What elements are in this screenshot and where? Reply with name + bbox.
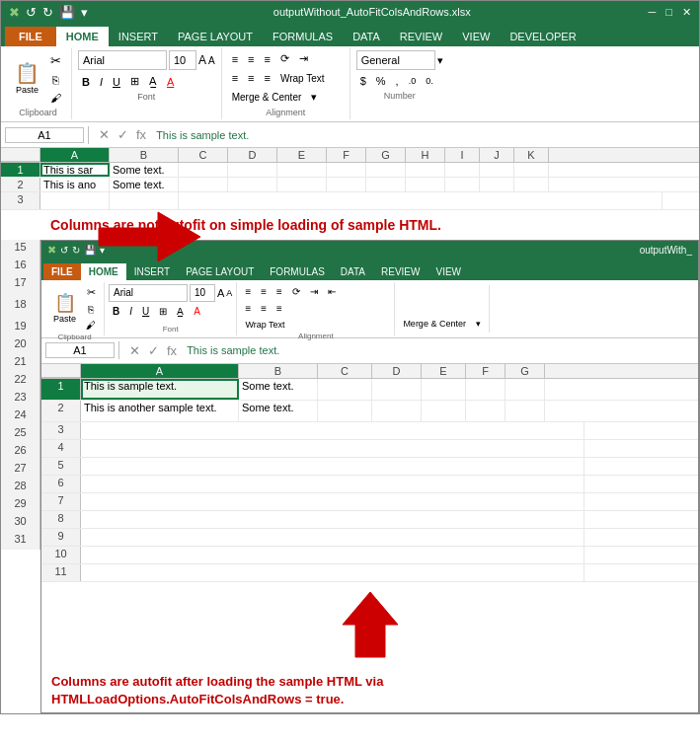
comma-button[interactable]: , [392,73,403,89]
inner-tab-data[interactable]: DATA [333,263,373,280]
inner-tab-formulas[interactable]: FORMULAS [262,263,333,280]
number-format-dropdown-icon[interactable]: ▾ [437,54,443,67]
outer-row-header-28[interactable]: 28 [1,479,40,496]
align-center-button[interactable]: ≡ [244,70,258,86]
inner-tab-insert[interactable]: INSERT [126,263,179,280]
merge-center-button[interactable]: Merge & Center [228,90,306,105]
inner-row-header-6[interactable]: 6 [41,476,81,492]
font-size-selector[interactable]: 10 [169,50,196,70]
undo-icon[interactable]: ↺ [26,5,37,20]
align-top-right-button[interactable]: ≡ [261,51,274,67]
inner-paste-button[interactable]: 📋 Paste [49,290,80,326]
dropdown-icon[interactable]: ▾ [81,5,88,20]
outer-cell-rest-3[interactable] [179,192,662,209]
col-header-G[interactable]: G [366,148,406,162]
inner-merge-dropdown-icon[interactable]: ▾ [472,317,485,331]
tab-developer[interactable]: DEVELOPER [500,27,585,46]
borders-button[interactable]: ⊞ [126,73,143,90]
tab-page-layout[interactable]: PAGE LAYOUT [168,27,263,46]
inner-align-left-button[interactable]: ≡ [241,301,255,316]
inner-confirm-icon[interactable]: ✓ [146,343,161,358]
inner-fill-color-button[interactable]: A̲ [173,304,188,319]
outer-cell-J1[interactable] [480,163,514,177]
inner-tab-view[interactable]: VIEW [428,263,469,280]
col-header-H[interactable]: H [406,148,445,162]
merge-dropdown-icon[interactable]: ▾ [307,89,321,106]
inner-bold-button[interactable]: B [109,304,123,319]
inner-font-color-button[interactable]: A [190,304,204,319]
outer-cell-F1[interactable] [327,163,366,177]
inner-name-box[interactable]: A1 [45,342,115,358]
inner-cell-rest-4[interactable] [81,440,584,457]
outer-row-header-25[interactable]: 25 [1,425,40,443]
inner-indent-button[interactable]: ⇥ [306,284,322,299]
tab-file[interactable]: FILE [5,27,56,46]
inner-cell-F1[interactable] [466,379,506,400]
inner-row-header-7[interactable]: 7 [41,493,81,510]
inner-cell-rest-5[interactable] [81,458,584,475]
inner-cell-A2[interactable]: This is another sample text. [81,401,239,421]
inner-font-size-selector[interactable]: 10 [190,284,215,302]
inner-save-icon[interactable]: 💾 [84,245,96,256]
outer-cell-H1[interactable] [406,163,445,177]
inner-underline-button[interactable]: U [138,304,153,319]
paste-button[interactable]: 📋 Paste [11,59,43,97]
italic-button[interactable]: I [96,74,107,90]
inner-undo-icon[interactable]: ↺ [60,245,68,256]
inner-cell-rest-7[interactable] [81,493,584,510]
col-header-B[interactable]: B [110,148,179,162]
fill-color-button[interactable]: A̲ [145,73,161,90]
outer-row-header-1[interactable]: 1 [1,163,40,177]
tab-review[interactable]: REVIEW [390,27,452,46]
outer-cell-G1[interactable] [366,163,406,177]
indent-increase-button[interactable]: ⇥ [295,50,312,67]
outer-cell-K1[interactable] [514,163,549,177]
col-header-I[interactable]: I [445,148,480,162]
col-header-D[interactable]: D [228,148,277,162]
cut-button[interactable]: ✂ [46,51,65,70]
outer-cell-A1[interactable]: This is sar [40,163,110,177]
inner-cell-C1[interactable] [318,379,372,400]
inner-indent2-button[interactable]: ⇤ [324,284,340,299]
align-left-button[interactable]: ≡ [228,70,242,86]
outer-cell-C2[interactable] [179,178,228,191]
outer-cell-B1[interactable]: Some text. [110,163,179,177]
increase-decimal-button[interactable]: .0 [405,74,421,88]
inner-row-header-8[interactable]: 8 [41,511,81,528]
number-format-selector[interactable]: General [356,50,435,70]
inner-decrease-font-icon[interactable]: A [226,288,232,298]
inner-cell-C2[interactable] [318,401,372,421]
increase-font-icon[interactable]: A [198,53,206,67]
outer-cell-A2[interactable]: This is ano [40,178,110,191]
inner-cell-B1[interactable]: Some text. [239,379,318,400]
decrease-font-icon[interactable]: A [208,55,215,66]
outer-row-header-19[interactable]: 19 [1,319,40,336]
tab-home[interactable]: HOME [56,27,109,46]
tab-view[interactable]: VIEW [452,27,500,46]
inner-copy-button[interactable]: ⎘ [82,302,100,317]
redo-icon[interactable]: ↻ [42,5,53,20]
outer-row-header-23[interactable]: 23 [1,390,40,408]
inner-row-header-9[interactable]: 9 [41,529,81,546]
outer-cell-K2[interactable] [514,178,549,191]
inner-cell-G1[interactable] [506,379,545,400]
inner-row-header-2[interactable]: 2 [41,401,81,421]
col-header-K[interactable]: K [514,148,549,162]
maximize-icon[interactable]: □ [665,6,672,19]
outer-cell-D2[interactable] [228,178,277,191]
inner-cell-B2[interactable]: Some text. [239,401,318,421]
tab-formulas[interactable]: FORMULAS [263,27,343,46]
bold-button[interactable]: B [78,74,94,90]
col-header-C[interactable]: C [179,148,228,162]
outer-row-header-18[interactable]: 18 [1,297,40,319]
inner-italic-button[interactable]: I [125,304,136,319]
save-icon[interactable]: 💾 [59,5,75,20]
outer-cell-B3[interactable] [110,192,179,209]
inner-align-tl[interactable]: ≡ [241,284,255,299]
inner-increase-font-icon[interactable]: A [217,287,224,299]
decrease-decimal-button[interactable]: 0. [422,74,437,88]
inner-cell-rest-9[interactable] [81,529,584,546]
outer-cell-G2[interactable] [366,178,406,191]
inner-align-tc[interactable]: ≡ [257,284,271,299]
inner-font-name-selector[interactable]: Arial [109,284,188,302]
